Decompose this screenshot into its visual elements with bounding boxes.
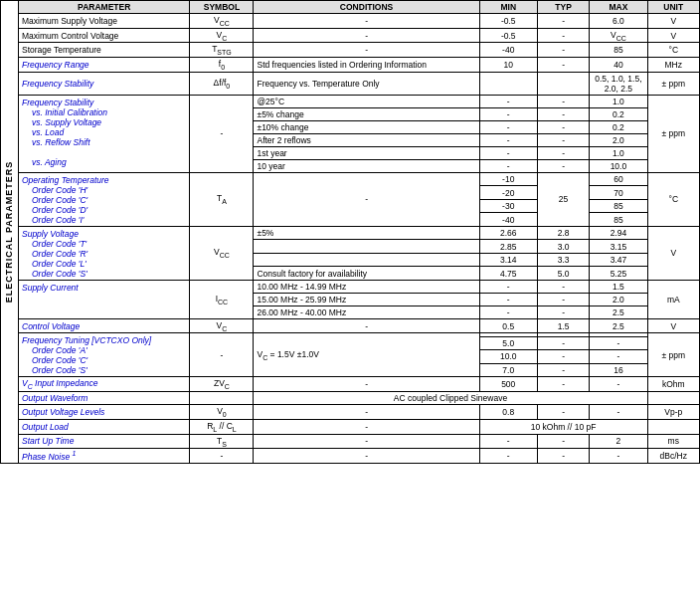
unit-cell: kOhm [647, 377, 699, 392]
param-cell: Output Voltage Levels [19, 405, 190, 420]
symbol-cell: VCC [190, 14, 254, 29]
min-cell: 7.0 [479, 363, 537, 377]
unit-cell: ms [647, 434, 699, 449]
max-cell: 0.2 [590, 120, 647, 133]
max-cell: 6.0 [590, 14, 647, 29]
min-cell: 0.8 [479, 405, 537, 420]
typ-cell: - [537, 95, 589, 107]
min-cell: - [479, 280, 537, 293]
conditions-cell: ±10% change [254, 120, 479, 133]
max-cell: - [590, 350, 647, 364]
typ-cell: 25 [537, 172, 589, 226]
min-cell: 2.66 [479, 226, 537, 240]
min-cell [479, 72, 537, 95]
table-row: Output Waveform AC coupled Clipped Sinew… [19, 392, 700, 405]
max-cell: 40 [590, 58, 647, 73]
conditions-cell: - [254, 14, 479, 29]
min-cell: 4.75 [479, 267, 537, 281]
min-cell: -30 [479, 199, 537, 213]
param-cell: Output Waveform [19, 392, 190, 405]
param-cell: Frequency Range [19, 58, 190, 73]
max-cell: - [590, 449, 647, 464]
typ-cell: - [537, 280, 589, 293]
min-cell: -40 [479, 43, 537, 58]
conditions-cell: 10 year [254, 159, 479, 172]
unit-cell: °C [647, 172, 699, 226]
typ-cell: - [537, 306, 589, 318]
conditions-cell: 10.00 MHz - 14.99 MHz [254, 280, 479, 293]
unit-cell: V [647, 318, 699, 333]
conditions-cell: - [254, 172, 479, 226]
max-cell: 85 [590, 213, 647, 227]
max-cell: 5.25 [590, 267, 647, 281]
symbol-cell: - [190, 95, 254, 172]
min-cell: 3.14 [479, 253, 537, 267]
unit-cell [647, 392, 699, 405]
conditions-cell: - [254, 449, 479, 464]
min-cell: -20 [479, 186, 537, 200]
param-cell: Phase Noise 1 [19, 449, 190, 464]
max-cell: 10.0 [590, 159, 647, 172]
max-cell: - [590, 405, 647, 420]
conditions-cell: - [254, 318, 479, 333]
param-cell: Start Up Time [19, 434, 190, 449]
typ-cell: 3.0 [537, 240, 589, 254]
conditions-cell: ±5% [254, 226, 479, 240]
min-cell: - [479, 95, 537, 107]
side-label-container: ELECTRICAL PARAMETERS [0, 0, 18, 464]
typ-cell: - [537, 377, 589, 392]
table-row: Frequency Stability Δf/f0 Frequency vs. … [19, 72, 700, 95]
max-cell: VCC [590, 28, 647, 43]
table-row: Maximum Supply Voltage VCC - -0.5 - 6.0 … [19, 14, 700, 29]
typ-cell: - [537, 159, 589, 172]
table-row: Supply Current ICC 10.00 MHz - 14.99 MHz… [19, 280, 700, 293]
typ-cell: - [537, 107, 589, 120]
conditions-cell: - [254, 405, 479, 420]
param-cell: Maximum Control Voltage [19, 28, 190, 43]
typ-cell: - [537, 133, 589, 146]
unit-cell: V [647, 28, 699, 43]
table-row: Output Voltage Levels V0 - 0.8 - - Vp-p [19, 405, 700, 420]
symbol-cell: - [190, 449, 254, 464]
typ-cell: - [537, 43, 589, 58]
max-cell: 2.0 [590, 293, 647, 306]
main-container: ELECTRICAL PARAMETERS PARAMETER SYMBOL C… [0, 0, 700, 464]
typ-cell [537, 72, 589, 95]
table-row: Frequency Range f0 Std frequencies liste… [19, 58, 700, 73]
param-cell: Operating Temperature Order Code 'H' Ord… [19, 172, 190, 226]
unit-cell: ± ppm [647, 333, 699, 377]
unit-cell: ± ppm [647, 95, 699, 172]
typ-cell: 2.8 [537, 226, 589, 240]
table-row: Operating Temperature Order Code 'H' Ord… [19, 172, 700, 186]
max-cell: 2.5 [590, 306, 647, 318]
header-parameter: PARAMETER [19, 1, 190, 14]
typ-cell: - [537, 336, 589, 350]
min-cell: - [479, 434, 537, 449]
min-cell: - [479, 120, 537, 133]
symbol-cell: VCC [190, 226, 254, 280]
symbol-cell: VC [190, 318, 254, 333]
table-row: VC Input Impedance ZVC - 500 - - kOhm [19, 377, 700, 392]
max-cell: 2.94 [590, 226, 647, 240]
header-symbol: SYMBOL [190, 1, 254, 14]
conditions-cell: ±5% change [254, 107, 479, 120]
conditions-cell: 15.00 MHz - 25.99 MHz [254, 293, 479, 306]
max-cell: 85 [590, 43, 647, 58]
header-conditions: CONDITIONS [254, 1, 479, 14]
conditions-cell: 26.00 MHz - 40.00 MHz [254, 306, 479, 318]
param-cell: Supply Voltage Order Code 'T' Order Code… [19, 226, 190, 280]
min-cell: - [479, 306, 537, 318]
header-unit: UNIT [647, 1, 699, 14]
typ-cell: - [537, 434, 589, 449]
unit-cell: Vp-p [647, 405, 699, 420]
header-max: MAX [590, 1, 647, 14]
conditions-cell: - [254, 419, 479, 434]
max-cell: 0.2 [590, 107, 647, 120]
symbol-cell: f0 [190, 58, 254, 73]
conditions-cell: - [254, 434, 479, 449]
param-cell: Maximum Supply Voltage [19, 14, 190, 29]
param-cell: Control Voltage [19, 318, 190, 333]
max-cell: 3.47 [590, 253, 647, 267]
min-cell: - [479, 449, 537, 464]
min-cell: - [479, 293, 537, 306]
